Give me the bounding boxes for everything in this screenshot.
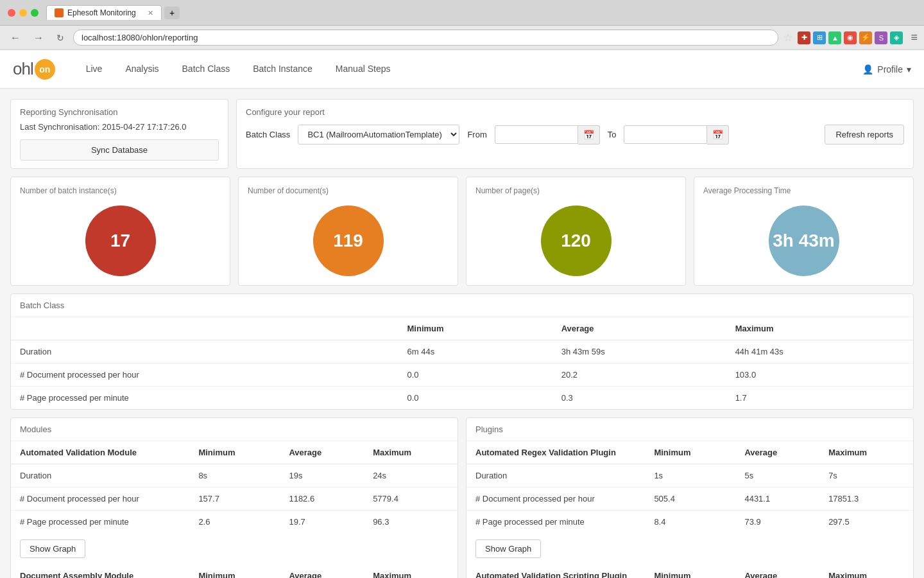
batch-row-0-max: 44h 41m 43s <box>726 340 913 363</box>
tab-favicon <box>55 8 64 17</box>
from-calendar-icon[interactable]: 📅 <box>578 125 600 144</box>
batch-row-0-metric: Duration <box>11 340 398 363</box>
tab-title: Ephesoft Monitoring <box>67 8 136 17</box>
avsp-header-max: Maximum <box>819 565 913 578</box>
arvp-header-avg: Average <box>735 441 819 464</box>
configure-row: Batch Class BC1 (MailroomAutomationTempl… <box>246 125 904 144</box>
arvp-row-2-metric: # Page processed per minute <box>466 511 645 534</box>
avm-header-min: Minimum <box>189 441 280 464</box>
arvp-row-0-avg: 5s <box>735 464 819 487</box>
modules-panel: Modules Automated Validation Module Mini… <box>10 417 458 578</box>
nav-batch-instance[interactable]: Batch Instance <box>241 58 324 80</box>
batch-class-select[interactable]: BC1 (MailroomAutomationTemplate) <box>298 125 459 144</box>
dam-header-avg: Average <box>280 565 364 578</box>
stat-circle-0: 17 <box>85 206 156 276</box>
arvp-header-min: Minimum <box>645 441 735 464</box>
dam-header-name: Document Assembly Module <box>11 565 189 578</box>
logo-on: on <box>35 59 55 80</box>
batch-row-0-avg: 3h 43m 59s <box>552 340 726 363</box>
avsp-header-avg: Average <box>735 565 819 578</box>
avsp-header-min: Minimum <box>645 565 735 578</box>
ext-icon-7[interactable]: ◈ <box>890 31 903 44</box>
batch-table-header-max: Maximum <box>726 317 913 340</box>
new-tab-button[interactable]: + <box>164 6 180 19</box>
stat-value-0: 17 <box>110 231 130 251</box>
arvp-row-2-min: 8.4 <box>645 511 735 534</box>
document-assembly-module-table: Document Assembly Module Minimum Average… <box>11 565 458 578</box>
stat-title-2: Number of page(s) <box>475 186 676 195</box>
close-dot[interactable] <box>8 9 15 17</box>
dam-header-min: Minimum <box>189 565 280 578</box>
automated-regex-plugin-table: Automated Regex Validation Plugin Minimu… <box>466 441 913 533</box>
sync-database-button[interactable]: Sync Database <box>20 139 219 161</box>
arvp-row-1-max: 17851.3 <box>819 487 913 511</box>
plugins-title: Plugins <box>466 418 913 441</box>
ext-icon-6[interactable]: S <box>875 31 887 44</box>
batch-class-table-title: Batch Class <box>11 294 913 317</box>
maximize-dot[interactable] <box>31 9 38 17</box>
avm-row-1-max: 5779.4 <box>364 487 458 511</box>
batch-class-label: Batch Class <box>246 130 290 139</box>
to-date-input[interactable] <box>624 125 707 144</box>
arvp-row-0-min: 1s <box>645 464 735 487</box>
main-content: Reporting Synchronisation Last Synchroni… <box>0 89 924 578</box>
nav-manual-steps[interactable]: Manual Steps <box>324 58 402 80</box>
to-date-wrapper: 📅 <box>624 125 729 144</box>
avm-row-0-avg: 19s <box>280 464 364 487</box>
refresh-reports-button[interactable]: Refresh reports <box>825 125 904 144</box>
profile-label: Profile <box>877 64 903 74</box>
browser-toolbar: ← → ↻ ☆ ✚ ⊞ ▲ ◉ ⚡ S ◈ ≡ <box>0 26 924 49</box>
dam-header-max: Maximum <box>364 565 458 578</box>
browser-chrome: Ephesoft Monitoring ✕ + ← → ↻ ☆ ✚ ⊞ ▲ ◉ … <box>0 0 924 50</box>
bookmark-icon[interactable]: ☆ <box>783 31 792 44</box>
from-date-input[interactable] <box>495 125 578 144</box>
avm-row-1-min: 157.7 <box>189 487 280 511</box>
nav-live[interactable]: Live <box>74 58 114 80</box>
table-row: Duration 8s 19s 24s <box>11 464 458 487</box>
show-graph-modules-button[interactable]: Show Graph <box>20 539 85 558</box>
nav-analysis[interactable]: Analysis <box>114 58 170 80</box>
to-calendar-icon[interactable]: 📅 <box>707 125 729 144</box>
forward-button[interactable]: → <box>30 31 47 45</box>
ext-icon-5[interactable]: ⚡ <box>859 31 872 44</box>
ext-icon-1[interactable]: ✚ <box>798 31 810 44</box>
browser-tab[interactable]: Ephesoft Monitoring ✕ <box>46 5 162 20</box>
stats-row: Number of batch instance(s) 17 Number of… <box>10 177 914 286</box>
avm-row-0-metric: Duration <box>11 464 189 487</box>
profile-button[interactable]: 👤 Profile ▾ <box>862 64 911 74</box>
ext-icon-2[interactable]: ⊞ <box>813 31 826 44</box>
table-row: # Page processed per minute 0.0 0.3 1.7 <box>11 387 913 410</box>
batch-row-1-avg: 20.2 <box>552 363 726 387</box>
batch-row-2-max: 1.7 <box>726 387 913 410</box>
batch-row-2-avg: 0.3 <box>552 387 726 410</box>
reload-button[interactable]: ↻ <box>53 31 68 44</box>
table-row: # Document processed per hour 157.7 1182… <box>11 487 458 511</box>
arvp-row-2-avg: 73.9 <box>735 511 819 534</box>
url-bar[interactable] <box>73 30 778 46</box>
avm-row-2-metric: # Page processed per minute <box>11 511 189 534</box>
profile-icon: 👤 <box>862 64 873 74</box>
arvp-header-name: Automated Regex Validation Plugin <box>466 441 645 464</box>
stat-value-2: 120 <box>561 231 591 251</box>
batch-row-0-min: 6m 44s <box>398 340 552 363</box>
nav-batch-class[interactable]: Batch Class <box>171 58 242 80</box>
browser-menu-icon[interactable]: ≡ <box>911 31 918 44</box>
automated-validation-scripting-plugin-table: Automated Validation Scripting Plugin Mi… <box>466 565 913 578</box>
arvp-header-max: Maximum <box>819 441 913 464</box>
ext-icon-4[interactable]: ◉ <box>844 31 857 44</box>
logo-text: ohl <box>13 59 33 79</box>
stat-value-1: 119 <box>333 231 363 251</box>
show-graph-plugins-button[interactable]: Show Graph <box>475 539 541 558</box>
sync-title: Reporting Synchronisation <box>20 107 219 117</box>
stat-title-0: Number of batch instance(s) <box>20 186 221 195</box>
stat-value-3: 3h 43m <box>773 231 835 251</box>
batch-table-header-avg: Average <box>552 317 726 340</box>
ext-icon-3[interactable]: ▲ <box>828 31 841 44</box>
minimize-dot[interactable] <box>19 9 27 17</box>
plugins-panel: Plugins Automated Regex Validation Plugi… <box>466 417 914 578</box>
back-button[interactable]: ← <box>6 31 24 45</box>
stat-panel-batch-instances: Number of batch instance(s) 17 <box>10 177 230 286</box>
tab-close-icon[interactable]: ✕ <box>148 9 153 17</box>
stat-circle-1: 119 <box>313 206 384 276</box>
table-row: # Document processed per hour 0.0 20.2 1… <box>11 363 913 387</box>
